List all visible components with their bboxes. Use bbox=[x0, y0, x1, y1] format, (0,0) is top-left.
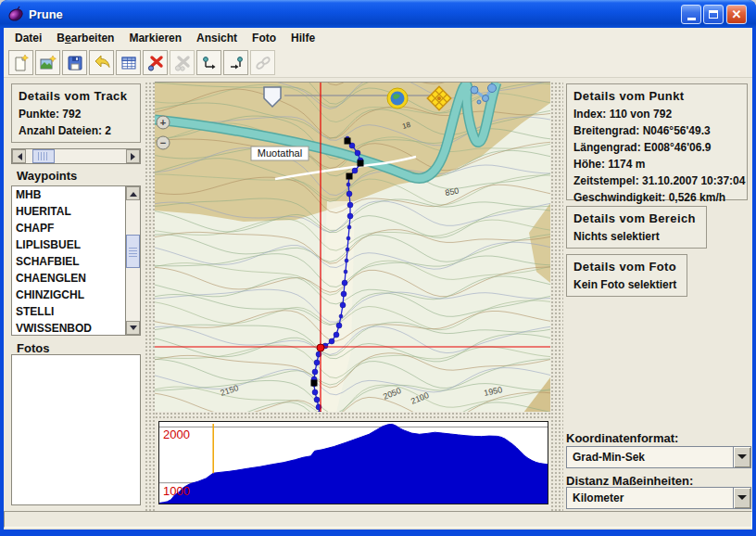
distance-units-select[interactable]: Kilometer bbox=[566, 487, 751, 509]
track-point[interactable] bbox=[314, 360, 320, 365]
waypoint-item[interactable]: CHINZIGCHL bbox=[12, 287, 140, 303]
waypoint-item[interactable]: CHAENGLEN bbox=[12, 270, 140, 287]
scroll-down-button[interactable] bbox=[126, 321, 140, 335]
new-file-button[interactable] bbox=[8, 50, 33, 75]
waypoint-item[interactable]: SCHAFBIEL bbox=[12, 253, 140, 270]
svg-text:Muotathal: Muotathal bbox=[258, 147, 302, 159]
delete-range-icon bbox=[173, 54, 192, 72]
track-point[interactable] bbox=[346, 236, 350, 240]
track-point[interactable] bbox=[340, 302, 346, 308]
track-files-count: Anzahl Dateien: 2 bbox=[19, 122, 133, 139]
minimize-button[interactable] bbox=[681, 5, 701, 24]
map-zoom-in-button[interactable]: + bbox=[157, 116, 170, 129]
delete-range-button[interactable] bbox=[170, 50, 195, 75]
app-window: Prune ✕ Datei Bearbeiten Markieren Ansic… bbox=[0, 0, 756, 536]
track-point[interactable] bbox=[312, 389, 318, 395]
track-details-box: Details vom Track Punkte: 792 Anzahl Dat… bbox=[11, 83, 141, 143]
waypoint-marker[interactable] bbox=[345, 138, 351, 145]
point-latitude: Breitengrad: N046°56'49.3 bbox=[573, 122, 740, 139]
menu-bearbeiten[interactable]: Bearbeiten bbox=[49, 29, 121, 47]
track-point[interactable] bbox=[312, 369, 318, 375]
track-position-scrollbar[interactable] bbox=[11, 148, 141, 164]
track-point[interactable] bbox=[346, 183, 350, 186]
scroll-left-button[interactable] bbox=[12, 149, 26, 163]
map-view[interactable]: Muotathal 18 850 2150 2050 2100 1950 + bbox=[155, 82, 550, 412]
track-point[interactable] bbox=[314, 397, 320, 402]
track-details-title: Details vom Track bbox=[19, 89, 133, 103]
track-point[interactable] bbox=[347, 225, 351, 229]
title-bar[interactable]: Prune ✕ bbox=[0, 0, 756, 28]
track-point[interactable] bbox=[346, 248, 349, 251]
menu-hilfe[interactable]: Hilfe bbox=[284, 29, 322, 47]
waypoint-item[interactable]: STELLI bbox=[12, 303, 140, 320]
save-file-icon bbox=[66, 54, 84, 72]
add-photo-button[interactable] bbox=[35, 50, 60, 75]
waypoint-item[interactable]: HUERITAL bbox=[12, 203, 140, 220]
set-range-end-button[interactable] bbox=[223, 50, 248, 75]
close-button[interactable]: ✕ bbox=[726, 5, 747, 24]
range-details-title: Details vom Bereich bbox=[573, 211, 699, 225]
menu-markieren[interactable]: Markieren bbox=[121, 29, 189, 47]
window-content: Datei Bearbeiten Markieren Ansicht Foto … bbox=[4, 28, 752, 530]
window-title: Prune bbox=[29, 7, 63, 21]
menu-datei[interactable]: Datei bbox=[7, 29, 49, 47]
menu-foto[interactable]: Foto bbox=[245, 29, 284, 47]
waypoint-marker[interactable] bbox=[358, 160, 364, 167]
minimize-icon bbox=[687, 18, 696, 20]
track-point[interactable] bbox=[347, 213, 353, 219]
plus-icon: + bbox=[160, 117, 166, 128]
scroll-right-button[interactable] bbox=[126, 149, 140, 163]
scrollbar-thumb[interactable] bbox=[32, 149, 55, 163]
menu-ansicht[interactable]: Ansicht bbox=[189, 29, 245, 47]
selected-point-marker[interactable] bbox=[317, 344, 324, 351]
combo-arrow-button[interactable] bbox=[733, 488, 750, 508]
waypoint-marker[interactable] bbox=[346, 173, 353, 180]
undo-button[interactable] bbox=[89, 50, 114, 75]
photos-list[interactable] bbox=[11, 354, 141, 505]
track-point[interactable] bbox=[344, 270, 347, 274]
waypoint-item[interactable]: CHAPF bbox=[12, 220, 140, 236]
waypoint-item[interactable]: MHB bbox=[12, 186, 140, 203]
track-point[interactable] bbox=[355, 150, 360, 156]
globe-icon bbox=[387, 88, 408, 108]
point-details-title: Details vom Punkt bbox=[573, 89, 740, 103]
track-point[interactable] bbox=[339, 314, 343, 318]
waypoint-item[interactable]: VWISSENBOD bbox=[12, 320, 140, 337]
point-altitude: Höhe: 1174 m bbox=[573, 156, 740, 172]
chart-tick-label: 1000 bbox=[163, 484, 190, 498]
track-point[interactable] bbox=[346, 191, 352, 197]
connect-photo-icon bbox=[254, 54, 272, 72]
track-point[interactable] bbox=[341, 291, 346, 297]
topographic-map[interactable]: Muotathal 18 850 2150 2050 2100 1950 + bbox=[155, 83, 550, 413]
waypoint-item[interactable]: LIPLISBUEL bbox=[12, 236, 140, 253]
elevation-profile-chart[interactable]: 10002000 bbox=[159, 422, 548, 504]
point-timestamp: Zeitstempel: 31.10.2007 10:37:04 bbox=[573, 172, 740, 189]
connect-photo-button[interactable] bbox=[250, 50, 275, 75]
track-point[interactable] bbox=[347, 202, 353, 208]
waypoint-marker[interactable] bbox=[311, 380, 318, 387]
track-point[interactable] bbox=[336, 323, 342, 328]
save-file-button[interactable] bbox=[62, 50, 87, 75]
scrollbar-thumb[interactable] bbox=[126, 235, 140, 268]
status-bar bbox=[4, 511, 752, 528]
waypoints-scrollbar[interactable] bbox=[125, 186, 140, 335]
combo-arrow-button[interactable] bbox=[733, 447, 750, 467]
photos-title: Fotos bbox=[17, 341, 49, 355]
delete-point-button[interactable] bbox=[143, 50, 168, 75]
edit-point-button[interactable] bbox=[116, 50, 141, 75]
left-splitter[interactable] bbox=[145, 82, 155, 512]
scroll-up-button[interactable] bbox=[126, 186, 140, 200]
right-splitter[interactable] bbox=[550, 82, 563, 512]
coordinate-format-select[interactable]: Grad-Min-Sek bbox=[566, 446, 751, 468]
track-point[interactable] bbox=[352, 168, 358, 173]
set-range-start-button[interactable] bbox=[196, 50, 221, 75]
horizontal-splitter[interactable] bbox=[155, 412, 550, 419]
add-photo-icon bbox=[39, 54, 57, 72]
track-point[interactable] bbox=[345, 259, 348, 262]
range-details-box: Details vom Bereich Nichts selektiert bbox=[566, 206, 707, 249]
map-zoom-out-button[interactable]: − bbox=[157, 136, 170, 149]
maximize-button[interactable] bbox=[703, 5, 724, 24]
track-point[interactable] bbox=[342, 280, 347, 286]
track-point[interactable] bbox=[329, 338, 334, 344]
track-point[interactable] bbox=[334, 332, 339, 338]
